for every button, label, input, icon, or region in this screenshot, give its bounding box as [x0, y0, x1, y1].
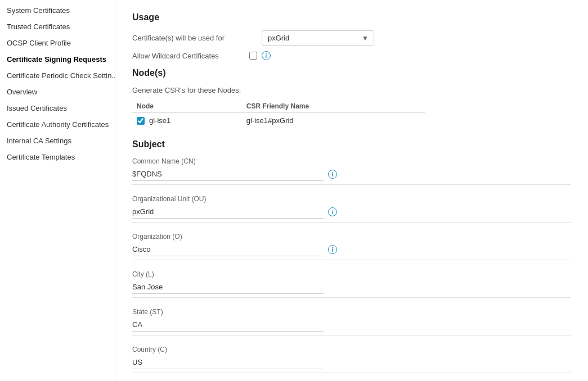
nodes-heading: Node(s)	[132, 68, 571, 78]
field-label-country: Country (C)	[132, 346, 571, 353]
field-input-common-name[interactable]	[132, 167, 324, 181]
sidebar-item-certificate-periodic-check[interactable]: Certificate Periodic Check Settin...	[0, 67, 115, 84]
field-group-org: Organization (O)i	[132, 233, 571, 260]
sidebar-item-trusted-certificates[interactable]: Trusted Certificates	[0, 19, 115, 35]
nodes-section: Node(s) Generate CSR's for these Nodes: …	[132, 68, 571, 128]
sidebar-item-certificate-signing-requests[interactable]: Certificate Signing Requests	[0, 51, 115, 67]
sidebar-item-internal-ca-settings[interactable]: Internal CA Settings	[0, 133, 115, 149]
field-input-city[interactable]	[132, 280, 324, 294]
sidebar-item-system-certificates[interactable]: System Certificates	[0, 2, 115, 19]
common-name-info-icon[interactable]: i	[328, 170, 337, 179]
sidebar-item-certificate-authority[interactable]: Certificate Authority Certificates	[0, 116, 115, 133]
table-row: gl-ise1 gl-ise1#pxGrid	[132, 113, 425, 129]
nodes-table: Node CSR Friendly Name gl-ise1 gl-ise1#p…	[132, 100, 425, 128]
node-checkbox[interactable]	[137, 117, 145, 125]
field-group-state: State (ST)	[132, 308, 571, 335]
field-label-org-unit: Organizational Unit (OU)	[132, 195, 571, 203]
node-name: gl-ise1	[149, 116, 170, 125]
org-unit-info-icon[interactable]: i	[328, 207, 337, 216]
field-group-country: Country (C)	[132, 346, 571, 373]
field-group-city: City (L)	[132, 270, 571, 298]
field-label-common-name: Common Name (CN)	[132, 157, 571, 165]
org-info-icon[interactable]: i	[328, 245, 337, 254]
field-input-state[interactable]	[132, 318, 324, 332]
field-input-org[interactable]	[132, 243, 324, 256]
allow-wildcard-checkbox[interactable]	[249, 52, 257, 60]
subject-heading: Subject	[132, 139, 571, 149]
sidebar-item-overview[interactable]: Overview	[0, 84, 115, 100]
csr-friendly-col-header: CSR Friendly Name	[242, 100, 425, 113]
field-label-org: Organization (O)	[132, 233, 571, 241]
main-content: Usage Certificate(s) will be used for px…	[115, 0, 588, 381]
certificate-used-for-label: Certificate(s) will be used for	[132, 34, 256, 42]
sidebar-item-issued-certificates[interactable]: Issued Certificates	[0, 100, 115, 116]
field-divider-org-unit	[132, 222, 571, 223]
field-divider-state	[132, 335, 571, 335]
usage-heading: Usage	[132, 12, 571, 22]
field-divider-org	[132, 260, 571, 260]
field-divider-common-name	[132, 184, 571, 185]
field-group-common-name: Common Name (CN)i	[132, 157, 571, 185]
sidebar: System CertificatesTrusted CertificatesO…	[0, 0, 115, 381]
sidebar-item-ocsp-client-profile[interactable]: OCSP Client Profile	[0, 35, 115, 51]
sidebar-item-certificate-templates[interactable]: Certificate Templates	[0, 149, 115, 165]
certificate-used-for-select[interactable]: pxGridAdminEAP AuthenticationRADIUS DTLS…	[262, 30, 374, 46]
node-col-header: Node	[132, 100, 242, 113]
field-divider-city	[132, 297, 571, 298]
field-label-city: City (L)	[132, 270, 571, 278]
certificate-used-for-select-wrapper: pxGridAdminEAP AuthenticationRADIUS DTLS…	[262, 30, 374, 46]
field-divider-country	[132, 373, 571, 373]
field-input-org-unit[interactable]	[132, 205, 324, 219]
wildcard-info-icon[interactable]: i	[262, 51, 271, 60]
field-label-state: State (ST)	[132, 308, 571, 316]
csr-friendly-name: gl-ise1#pxGrid	[242, 113, 425, 129]
allow-wildcard-label: Allow Wildcard Certificates	[132, 52, 245, 60]
nodes-generate-label: Generate CSR's for these Nodes:	[132, 86, 571, 94]
field-input-country[interactable]	[132, 356, 324, 369]
subject-section: Subject Common Name (CN)iOrganizational …	[132, 139, 571, 381]
field-group-org-unit: Organizational Unit (OU)i	[132, 195, 571, 223]
